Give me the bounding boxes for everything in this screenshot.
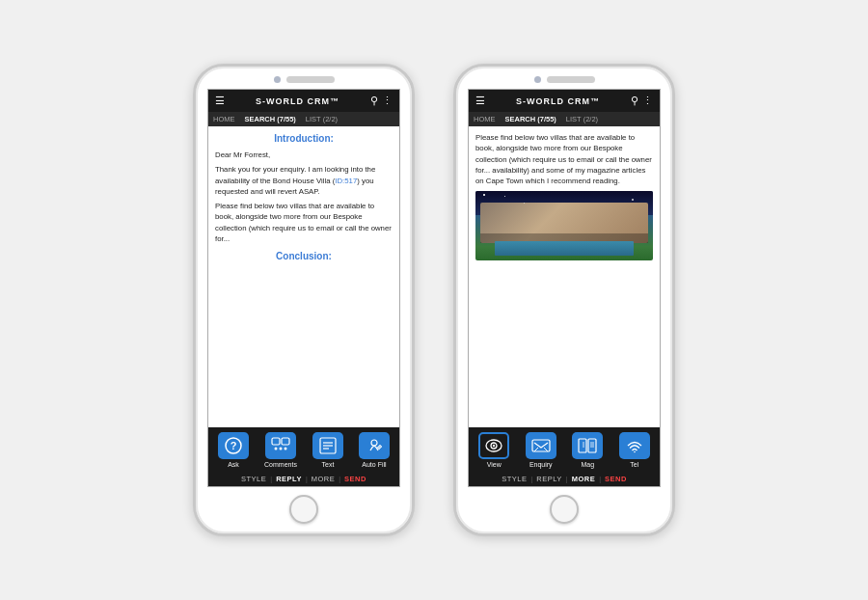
para3: Please find below two villas that are av… <box>215 201 393 244</box>
ask-label: Ask <box>228 461 239 468</box>
phone-1-top <box>196 67 412 89</box>
nav-search-2[interactable]: SEARCH (7/55) <box>501 112 561 126</box>
mag-label: Mag <box>581 461 594 468</box>
villa-link[interactable]: ID:517 <box>335 177 357 185</box>
tel-button[interactable]: Tel <box>619 432 650 468</box>
autofill-label: Auto Fill <box>362 461 386 468</box>
svg-point-4 <box>274 448 277 450</box>
svg-point-6 <box>284 448 286 450</box>
more-icon[interactable]: ⋮ <box>382 95 393 107</box>
comments-label: Comments <box>264 461 297 468</box>
view-icon <box>478 432 509 459</box>
phone-1-bottom-bar: STYLE | REPLY | MORE | SEND <box>208 472 399 486</box>
svg-text:?: ? <box>231 440 237 451</box>
reply-link-2[interactable]: REPLY <box>536 475 562 483</box>
phone-2-bottom <box>550 487 579 533</box>
menu-icon[interactable]: ☰ <box>215 95 225 107</box>
star-1 <box>483 194 485 196</box>
more-link[interactable]: MORE <box>312 475 336 483</box>
phone-2-camera <box>534 76 541 83</box>
text-label: Text <box>322 461 335 468</box>
phone-1-camera <box>274 76 281 83</box>
style-link-2[interactable]: STYLE <box>502 475 527 483</box>
header-icons-2: ⚲ ⋮ <box>631 95 653 107</box>
svg-rect-16 <box>579 439 586 452</box>
app-title-2: S-WORLD CRM™ <box>516 96 600 106</box>
tel-icon <box>619 432 650 459</box>
nav-home-2[interactable]: HOME <box>469 112 501 126</box>
nav-list-2[interactable]: LIST (2/2) <box>561 112 603 126</box>
enquiry-icon <box>526 432 556 459</box>
star-3 <box>632 199 634 201</box>
svg-point-11 <box>371 440 377 446</box>
text-button[interactable]: Text <box>312 432 343 468</box>
phone-1-screen: ☰ S-WORLD CRM™ ⚲ ⋮ HOME SEARCH (7/55) LI… <box>207 89 400 487</box>
autofill-button[interactable]: Auto Fill <box>359 432 390 468</box>
comments-icon <box>265 432 296 459</box>
nav-search[interactable]: SEARCH (7/55) <box>240 112 301 126</box>
header-icons: ⚲ ⋮ <box>370 95 393 107</box>
svg-rect-2 <box>272 438 280 445</box>
conclusion-title: Conclusion: <box>215 250 393 263</box>
nav-list[interactable]: LIST (2/2) <box>301 112 342 126</box>
view-label: View <box>487 461 502 468</box>
phone-1-nav: HOME SEARCH (7/55) LIST (2/2) <box>208 112 399 126</box>
phone-2-bottom-bar: STYLE | REPLY | MORE | SEND <box>469 472 660 486</box>
phone-1-bottom <box>289 487 318 533</box>
send-link-2[interactable]: SEND <box>605 475 627 483</box>
tel-label: Tel <box>630 461 638 468</box>
phone-2-content: Please find below two villas that are av… <box>469 126 660 427</box>
phones-container: ☰ S-WORLD CRM™ ⚲ ⋮ HOME SEARCH (7/55) LI… <box>174 44 694 556</box>
phone-2-action-bar: View Enquiry <box>469 427 660 472</box>
phone-2-app-header: ☰ S-WORLD CRM™ ⚲ ⋮ <box>469 90 660 112</box>
star-4 <box>524 203 525 204</box>
phone-1-speaker <box>286 76 335 83</box>
phone-2-top <box>456 67 672 89</box>
enquiry-button[interactable]: Enquiry <box>526 432 556 468</box>
search-icon-2[interactable]: ⚲ <box>631 95 638 107</box>
star-2 <box>504 196 505 197</box>
home-button-2[interactable] <box>550 495 579 524</box>
phone-1: ☰ S-WORLD CRM™ ⚲ ⋮ HOME SEARCH (7/55) LI… <box>193 64 415 536</box>
ask-icon: ? <box>218 432 249 459</box>
view-button[interactable]: View <box>478 432 509 468</box>
search-icon[interactable]: ⚲ <box>370 95 378 107</box>
more-icon-2[interactable]: ⋮ <box>642 95 653 107</box>
comments-button[interactable]: Comments <box>264 432 297 468</box>
svg-rect-3 <box>282 438 289 445</box>
villa-building <box>480 203 648 243</box>
reply-link[interactable]: REPLY <box>276 475 302 483</box>
app-title: S-WORLD CRM™ <box>256 96 339 106</box>
nav-home[interactable]: HOME <box>208 112 240 126</box>
villa-pool <box>495 241 634 256</box>
autofill-icon <box>359 432 390 459</box>
more-link-2[interactable]: MORE <box>572 475 596 483</box>
villa-image <box>475 191 653 260</box>
para1: Dear Mr Forrest, <box>215 150 393 160</box>
phone-1-app-header: ☰ S-WORLD CRM™ ⚲ ⋮ <box>208 90 399 112</box>
phone-2-speaker <box>547 76 595 83</box>
scrolled-para: Please find below two villas that are av… <box>475 132 653 186</box>
phone-1-action-bar: ? Ask Comments <box>208 427 399 472</box>
mag-icon <box>572 432 603 459</box>
text-icon <box>312 432 343 459</box>
svg-point-5 <box>279 448 282 450</box>
enquiry-label: Enquiry <box>529 461 553 468</box>
phone-1-content: Introduction: Dear Mr Forrest, Thank you… <box>208 126 399 427</box>
svg-point-14 <box>493 445 495 447</box>
mag-button[interactable]: Mag <box>572 432 603 468</box>
style-link[interactable]: STYLE <box>241 475 266 483</box>
send-link[interactable]: SEND <box>344 475 366 483</box>
phone-2-nav: HOME SEARCH (7/55) LIST (2/2) <box>469 112 660 126</box>
phone-2-screen: ☰ S-WORLD CRM™ ⚲ ⋮ HOME SEARCH (7/55) LI… <box>468 89 661 487</box>
svg-rect-15 <box>532 440 550 451</box>
menu-icon-2[interactable]: ☰ <box>475 95 485 107</box>
svg-point-24 <box>634 451 636 453</box>
intro-title: Introduction: <box>215 132 393 146</box>
phone-2: ☰ S-WORLD CRM™ ⚲ ⋮ HOME SEARCH (7/55) LI… <box>453 64 675 536</box>
ask-button[interactable]: ? Ask <box>218 432 249 468</box>
para2: Thank you for your enquiry. I am looking… <box>215 164 393 197</box>
svg-rect-17 <box>588 439 596 452</box>
home-button-1[interactable] <box>289 495 318 524</box>
